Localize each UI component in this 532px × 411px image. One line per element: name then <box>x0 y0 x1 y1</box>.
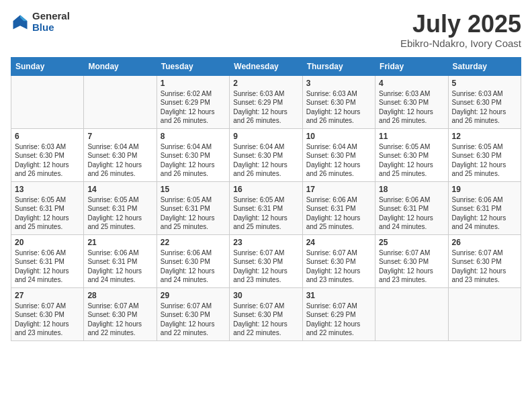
day-number: 7 <box>87 132 152 141</box>
day-number: 8 <box>161 132 226 141</box>
day-info: Sunrise: 6:02 AM Sunset: 6:29 PM Dayligh… <box>161 89 226 126</box>
calendar-cell: 16Sunrise: 6:05 AM Sunset: 6:31 PM Dayli… <box>230 181 302 234</box>
day-info: Sunrise: 6:03 AM Sunset: 6:30 PM Dayligh… <box>379 89 444 126</box>
weekday-header-friday: Friday <box>375 57 448 75</box>
day-number: 25 <box>379 238 444 247</box>
header: General Blue July 2025 Ebikro-Ndakro, Iv… <box>11 11 521 49</box>
calendar-cell: 1Sunrise: 6:02 AM Sunset: 6:29 PM Daylig… <box>157 75 229 128</box>
day-info: Sunrise: 6:07 AM Sunset: 6:30 PM Dayligh… <box>379 248 444 285</box>
calendar-cell <box>375 287 448 340</box>
calendar-cell: 13Sunrise: 6:05 AM Sunset: 6:31 PM Dayli… <box>11 181 84 234</box>
day-number: 6 <box>15 132 80 141</box>
day-number: 15 <box>161 185 226 194</box>
calendar-cell: 10Sunrise: 6:04 AM Sunset: 6:30 PM Dayli… <box>302 128 375 181</box>
calendar-cell: 3Sunrise: 6:03 AM Sunset: 6:30 PM Daylig… <box>302 75 375 128</box>
weekday-header-tuesday: Tuesday <box>157 57 229 75</box>
day-info: Sunrise: 6:07 AM Sunset: 6:30 PM Dayligh… <box>306 248 371 285</box>
calendar-cell: 6Sunrise: 6:03 AM Sunset: 6:30 PM Daylig… <box>11 128 84 181</box>
calendar-cell: 21Sunrise: 6:06 AM Sunset: 6:31 PM Dayli… <box>84 234 157 287</box>
day-number: 20 <box>15 238 80 247</box>
day-number: 4 <box>379 79 444 88</box>
calendar-week-row: 6Sunrise: 6:03 AM Sunset: 6:30 PM Daylig… <box>11 128 521 181</box>
day-info: Sunrise: 6:06 AM Sunset: 6:30 PM Dayligh… <box>161 248 226 285</box>
day-number: 27 <box>15 291 80 300</box>
calendar-cell: 9Sunrise: 6:04 AM Sunset: 6:30 PM Daylig… <box>230 128 302 181</box>
calendar-cell: 8Sunrise: 6:04 AM Sunset: 6:30 PM Daylig… <box>157 128 229 181</box>
day-number: 18 <box>379 185 444 194</box>
day-number: 30 <box>233 291 298 300</box>
day-info: Sunrise: 6:06 AM Sunset: 6:31 PM Dayligh… <box>306 195 371 232</box>
day-number: 14 <box>87 185 152 194</box>
weekday-header-row: SundayMondayTuesdayWednesdayThursdayFrid… <box>11 57 521 75</box>
calendar-table: SundayMondayTuesdayWednesdayThursdayFrid… <box>11 57 521 341</box>
calendar-cell <box>84 75 157 128</box>
calendar-week-row: 13Sunrise: 6:05 AM Sunset: 6:31 PM Dayli… <box>11 181 521 234</box>
calendar-cell: 23Sunrise: 6:07 AM Sunset: 6:30 PM Dayli… <box>230 234 302 287</box>
day-number: 13 <box>15 185 80 194</box>
calendar-cell: 17Sunrise: 6:06 AM Sunset: 6:31 PM Dayli… <box>302 181 375 234</box>
day-info: Sunrise: 6:07 AM Sunset: 6:30 PM Dayligh… <box>233 248 298 285</box>
day-number: 2 <box>233 79 298 88</box>
calendar-cell: 26Sunrise: 6:07 AM Sunset: 6:30 PM Dayli… <box>448 234 521 287</box>
calendar-cell: 30Sunrise: 6:07 AM Sunset: 6:30 PM Dayli… <box>230 287 302 340</box>
calendar-cell: 7Sunrise: 6:04 AM Sunset: 6:30 PM Daylig… <box>84 128 157 181</box>
logo: General Blue <box>11 11 70 33</box>
logo-general-text: General <box>32 11 70 22</box>
day-number: 28 <box>87 291 152 300</box>
day-info: Sunrise: 6:06 AM Sunset: 6:31 PM Dayligh… <box>87 248 152 285</box>
calendar-week-row: 20Sunrise: 6:06 AM Sunset: 6:31 PM Dayli… <box>11 234 521 287</box>
calendar-cell <box>448 287 521 340</box>
calendar-week-row: 27Sunrise: 6:07 AM Sunset: 6:30 PM Dayli… <box>11 287 521 340</box>
day-number: 21 <box>87 238 152 247</box>
calendar-cell: 20Sunrise: 6:06 AM Sunset: 6:31 PM Dayli… <box>11 234 84 287</box>
calendar-cell: 22Sunrise: 6:06 AM Sunset: 6:30 PM Dayli… <box>157 234 229 287</box>
logo-blue-text: Blue <box>32 22 70 34</box>
calendar-cell: 25Sunrise: 6:07 AM Sunset: 6:30 PM Dayli… <box>375 234 448 287</box>
day-info: Sunrise: 6:05 AM Sunset: 6:31 PM Dayligh… <box>87 195 152 232</box>
day-info: Sunrise: 6:04 AM Sunset: 6:30 PM Dayligh… <box>306 142 371 179</box>
day-number: 19 <box>452 185 517 194</box>
weekday-header-thursday: Thursday <box>302 57 375 75</box>
day-info: Sunrise: 6:06 AM Sunset: 6:31 PM Dayligh… <box>379 195 444 232</box>
day-info: Sunrise: 6:05 AM Sunset: 6:31 PM Dayligh… <box>161 195 226 232</box>
day-number: 5 <box>452 79 517 88</box>
main-title: July 2025 <box>400 11 521 38</box>
day-info: Sunrise: 6:03 AM Sunset: 6:30 PM Dayligh… <box>452 89 517 126</box>
logo-text: General Blue <box>32 11 70 33</box>
logo-icon <box>11 13 30 32</box>
weekday-header-saturday: Saturday <box>448 57 521 75</box>
calendar-cell: 4Sunrise: 6:03 AM Sunset: 6:30 PM Daylig… <box>375 75 448 128</box>
day-info: Sunrise: 6:07 AM Sunset: 6:30 PM Dayligh… <box>87 302 152 338</box>
calendar-cell: 2Sunrise: 6:03 AM Sunset: 6:29 PM Daylig… <box>230 75 302 128</box>
calendar-cell: 24Sunrise: 6:07 AM Sunset: 6:30 PM Dayli… <box>302 234 375 287</box>
day-info: Sunrise: 6:06 AM Sunset: 6:31 PM Dayligh… <box>452 195 517 232</box>
day-info: Sunrise: 6:05 AM Sunset: 6:31 PM Dayligh… <box>15 195 80 232</box>
day-info: Sunrise: 6:07 AM Sunset: 6:30 PM Dayligh… <box>233 302 298 338</box>
day-number: 9 <box>233 132 298 141</box>
calendar-cell <box>11 75 84 128</box>
day-number: 22 <box>161 238 226 247</box>
day-number: 16 <box>233 185 298 194</box>
day-number: 17 <box>306 185 371 194</box>
day-number: 31 <box>306 291 371 300</box>
calendar-cell: 15Sunrise: 6:05 AM Sunset: 6:31 PM Dayli… <box>157 181 229 234</box>
day-info: Sunrise: 6:04 AM Sunset: 6:30 PM Dayligh… <box>233 142 298 179</box>
calendar-cell: 31Sunrise: 6:07 AM Sunset: 6:29 PM Dayli… <box>302 287 375 340</box>
day-number: 1 <box>161 79 226 88</box>
calendar-cell: 29Sunrise: 6:07 AM Sunset: 6:30 PM Dayli… <box>157 287 229 340</box>
calendar-cell: 12Sunrise: 6:05 AM Sunset: 6:30 PM Dayli… <box>448 128 521 181</box>
day-number: 3 <box>306 79 371 88</box>
day-number: 10 <box>306 132 371 141</box>
day-info: Sunrise: 6:07 AM Sunset: 6:30 PM Dayligh… <box>452 248 517 285</box>
day-info: Sunrise: 6:06 AM Sunset: 6:31 PM Dayligh… <box>15 248 80 285</box>
day-number: 23 <box>233 238 298 247</box>
calendar-cell: 27Sunrise: 6:07 AM Sunset: 6:30 PM Dayli… <box>11 287 84 340</box>
calendar-cell: 28Sunrise: 6:07 AM Sunset: 6:30 PM Dayli… <box>84 287 157 340</box>
day-info: Sunrise: 6:05 AM Sunset: 6:30 PM Dayligh… <box>379 142 444 179</box>
weekday-header-sunday: Sunday <box>11 57 84 75</box>
weekday-header-wednesday: Wednesday <box>230 57 302 75</box>
day-number: 26 <box>452 238 517 247</box>
day-number: 24 <box>306 238 371 247</box>
day-info: Sunrise: 6:03 AM Sunset: 6:30 PM Dayligh… <box>15 142 80 179</box>
day-number: 12 <box>452 132 517 141</box>
